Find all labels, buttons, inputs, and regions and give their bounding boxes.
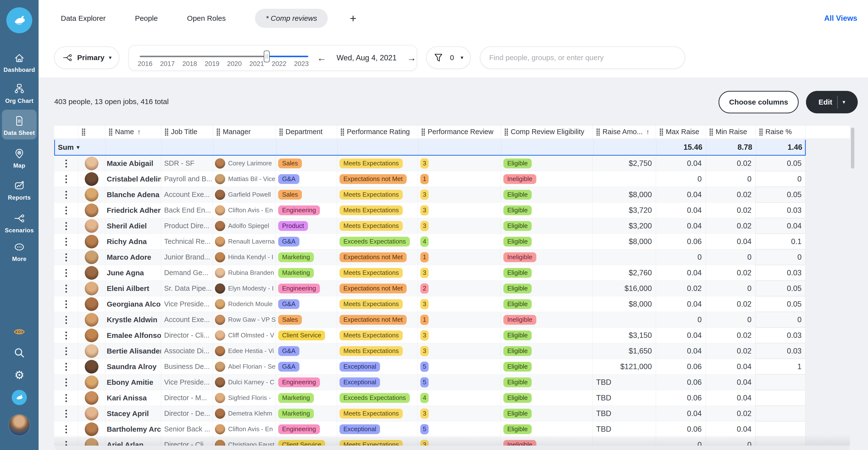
- name-cell[interactable]: Stacey April: [105, 406, 161, 421]
- tab-data-explorer[interactable]: Data Explorer: [61, 14, 105, 23]
- max-raise-cell[interactable]: 0.04: [656, 265, 706, 280]
- header-min-raise[interactable]: Min Raise: [706, 125, 756, 138]
- max-raise-cell[interactable]: 0.04: [656, 156, 706, 171]
- drag-handle-icon[interactable]: [596, 128, 600, 136]
- min-raise-cell[interactable]: 0: [706, 171, 756, 187]
- department-cell[interactable]: Engineering: [276, 374, 337, 390]
- performance-rating-cell[interactable]: Exceptional: [337, 359, 418, 374]
- horizontal-scrollbar[interactable]: [54, 446, 850, 450]
- raise-pct-cell[interactable]: 0: [756, 249, 806, 265]
- kebab-menu-icon[interactable]: [65, 378, 67, 387]
- max-raise-cell[interactable]: 0: [656, 171, 706, 187]
- name-cell[interactable]: Krystle Aldwin: [105, 312, 161, 327]
- job-title-cell[interactable]: Director - De...: [161, 406, 213, 421]
- filter-button[interactable]: 0 ▾: [426, 47, 471, 69]
- performance-review-cell[interactable]: 1: [418, 312, 501, 327]
- performance-review-cell[interactable]: 3: [418, 406, 501, 421]
- drag-handle-icon[interactable]: [165, 128, 168, 136]
- sidebar-item-more[interactable]: More: [0, 241, 39, 262]
- performance-review-cell[interactable]: 5: [418, 374, 501, 390]
- name-cell[interactable]: Ebony Amitie: [105, 374, 161, 390]
- eligibility-cell[interactable]: Eligible: [501, 203, 593, 218]
- header-avatar-column[interactable]: [78, 125, 105, 138]
- raise-amount-cell[interactable]: TBD: [593, 390, 656, 406]
- raise-amount-cell[interactable]: $8,000: [593, 187, 656, 202]
- manager-cell[interactable]: Dulci Karney - C: [213, 374, 276, 390]
- eligibility-cell[interactable]: Eligible: [501, 265, 593, 280]
- drag-handle-icon[interactable]: [709, 128, 713, 136]
- sidebar-settings-button[interactable]: ⚙: [0, 369, 39, 381]
- job-title-cell[interactable]: Sr. Data Pipe...: [161, 281, 213, 296]
- sidebar-item-data-sheet[interactable]: Data Sheet: [0, 115, 39, 136]
- manager-cell[interactable]: Demetra Klehm: [213, 406, 276, 421]
- raise-amount-cell[interactable]: TBD: [593, 421, 656, 437]
- max-raise-cell[interactable]: 0.04: [656, 328, 706, 343]
- min-raise-cell[interactable]: 0.02: [706, 265, 756, 280]
- sidebar-watch-button[interactable]: [0, 325, 39, 339]
- kebab-menu-icon[interactable]: [65, 425, 67, 434]
- row-avatar-cell[interactable]: [78, 374, 105, 390]
- eligibility-cell[interactable]: Eligible: [501, 234, 593, 249]
- department-cell[interactable]: Marketing: [276, 249, 337, 265]
- manager-cell[interactable]: Abel Florian - Se: [213, 359, 276, 374]
- eligibility-cell[interactable]: Eligible: [501, 281, 593, 296]
- performance-review-cell[interactable]: 3: [418, 296, 501, 312]
- department-cell[interactable]: G&A: [276, 359, 337, 374]
- kebab-menu-icon[interactable]: [65, 393, 67, 402]
- min-raise-cell[interactable]: 0.02: [706, 296, 756, 312]
- row-avatar-cell[interactable]: [78, 390, 105, 406]
- name-cell[interactable]: Georgiana Alcoc: [105, 296, 161, 312]
- row-menu-cell[interactable]: [54, 390, 78, 406]
- chevron-down-icon[interactable]: ▾: [843, 99, 845, 105]
- job-title-cell[interactable]: Director - M...: [161, 390, 213, 406]
- row-avatar-cell[interactable]: [78, 187, 105, 202]
- performance-rating-cell[interactable]: Exceeds Expectations: [337, 390, 418, 406]
- min-raise-cell[interactable]: 0.02: [706, 406, 756, 421]
- department-cell[interactable]: Marketing: [276, 406, 337, 421]
- drag-handle-icon[interactable]: [82, 128, 86, 136]
- min-raise-cell[interactable]: 0.04: [706, 421, 756, 437]
- row-menu-cell[interactable]: [54, 312, 78, 327]
- performance-rating-cell[interactable]: Meets Expectations: [337, 265, 418, 280]
- row-menu-cell[interactable]: [54, 328, 78, 343]
- sidebar-profile-button[interactable]: [0, 415, 39, 436]
- job-title-cell[interactable]: Account Exe...: [161, 312, 213, 327]
- raise-amount-cell[interactable]: $1,650: [593, 343, 656, 359]
- max-raise-cell[interactable]: 0.02: [656, 281, 706, 296]
- raise-pct-cell[interactable]: 0.05: [756, 296, 806, 312]
- kebab-menu-icon[interactable]: [65, 252, 67, 262]
- performance-rating-cell[interactable]: Meets Expectations: [337, 187, 418, 202]
- raise-pct-cell[interactable]: [756, 374, 806, 390]
- raise-pct-cell[interactable]: [756, 390, 806, 406]
- header-performance-rating[interactable]: Performance Rating: [337, 125, 418, 138]
- performance-review-cell[interactable]: 3: [418, 265, 501, 280]
- job-title-cell[interactable]: SDR - SF: [161, 156, 213, 171]
- performance-review-cell[interactable]: 2: [418, 281, 501, 296]
- performance-review-cell[interactable]: 5: [418, 359, 501, 374]
- manager-cell[interactable]: Elyn Modesty - I: [213, 281, 276, 296]
- row-menu-cell[interactable]: [54, 249, 78, 265]
- performance-review-cell[interactable]: 4: [418, 390, 501, 406]
- department-cell[interactable]: Marketing: [276, 265, 337, 280]
- row-avatar-cell[interactable]: [78, 218, 105, 234]
- job-title-cell[interactable]: Associate Di...: [161, 343, 213, 359]
- row-avatar-cell[interactable]: [78, 312, 105, 327]
- eligibility-cell[interactable]: Ineligible: [501, 312, 593, 327]
- kebab-menu-icon[interactable]: [65, 347, 67, 356]
- performance-review-cell[interactable]: 4: [418, 234, 501, 249]
- min-raise-cell[interactable]: 0.02: [706, 343, 756, 359]
- name-cell[interactable]: Bartholemy Arch: [105, 421, 161, 437]
- department-cell[interactable]: Marketing: [276, 390, 337, 406]
- raise-pct-cell[interactable]: 1: [756, 359, 806, 374]
- department-cell[interactable]: Engineering: [276, 281, 337, 296]
- current-date-label[interactable]: Wed, Aug 4, 2021: [337, 54, 397, 62]
- manager-cell[interactable]: Corey Larimore: [213, 156, 276, 171]
- job-title-cell[interactable]: Vice Preside...: [161, 296, 213, 312]
- performance-review-cell[interactable]: 3: [418, 343, 501, 359]
- kebab-menu-icon[interactable]: [65, 315, 67, 324]
- max-raise-cell[interactable]: 0: [656, 312, 706, 327]
- kebab-menu-icon[interactable]: [65, 174, 67, 184]
- raise-amount-cell[interactable]: $3,720: [593, 203, 656, 218]
- eligibility-cell[interactable]: Ineligible: [501, 171, 593, 187]
- eligibility-cell[interactable]: Eligible: [501, 390, 593, 406]
